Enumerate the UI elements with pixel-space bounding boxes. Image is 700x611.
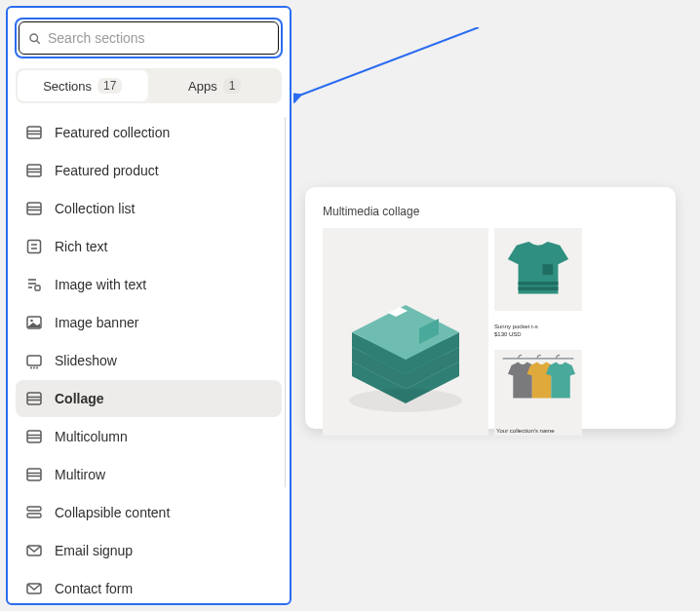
section-icon <box>25 124 43 141</box>
preview-title: Multimedia collage <box>323 205 658 218</box>
sidebar: Sections 17 Apps 1 Featured collectionFe… <box>6 6 292 605</box>
preview-product-price: $130 USD <box>494 331 582 337</box>
section-icon <box>25 466 43 483</box>
section-item-multirow[interactable]: Multirow <box>16 456 282 493</box>
section-item-label: Slideshow <box>55 353 117 368</box>
tab-sections-count: 17 <box>97 78 122 94</box>
tab-sections[interactable]: Sections 17 <box>18 70 148 101</box>
section-item-label: Collapsible content <box>55 505 170 520</box>
tab-apps-label: Apps <box>188 79 217 94</box>
hanging-shirts-icon <box>495 350 581 410</box>
section-item-label: Collection list <box>55 201 135 216</box>
section-icon <box>25 390 43 407</box>
collapsible-icon <box>25 504 43 521</box>
section-item-label: Rich text <box>55 239 107 254</box>
preview-product-text: Sunny pocket t-s $130 USD <box>494 317 582 344</box>
preview-main-image <box>323 228 488 436</box>
section-icon <box>25 200 43 217</box>
section-item-collapsible-content[interactable]: Collapsible content <box>16 494 282 531</box>
section-item-image-banner[interactable]: Image banner <box>16 304 282 341</box>
scrollbar-track[interactable] <box>285 117 286 487</box>
tshirt-icon <box>499 233 577 307</box>
section-item-label: Multicolumn <box>55 429 128 444</box>
search-input[interactable] <box>48 30 270 46</box>
section-item-label: Image banner <box>55 315 138 330</box>
slideshow-icon <box>25 352 43 369</box>
search-icon <box>27 31 42 46</box>
section-item-featured-product[interactable]: Featured product <box>16 152 282 189</box>
svg-point-0 <box>30 34 38 42</box>
section-item-label: Image with text <box>55 277 146 292</box>
preview-product-image <box>494 228 582 311</box>
email-icon <box>25 542 43 559</box>
section-item-label: Collage <box>55 391 104 406</box>
imagetext-icon <box>25 276 43 293</box>
email-icon <box>25 580 43 597</box>
tabs: Sections 17 Apps 1 <box>16 68 282 103</box>
section-item-collage[interactable]: Collage <box>16 380 282 417</box>
section-list-wrap: Featured collectionFeatured productColle… <box>8 111 290 603</box>
section-icon <box>25 162 43 179</box>
section-item-featured-collection[interactable]: Featured collection <box>16 114 282 151</box>
tab-sections-label: Sections <box>43 79 92 94</box>
svg-rect-4 <box>519 282 559 286</box>
section-item-label: Featured collection <box>55 125 170 140</box>
section-item-contact-form[interactable]: Contact form <box>16 570 282 603</box>
preview-collection-image: Your collection's name <box>494 350 582 436</box>
richtext-icon <box>25 238 43 255</box>
section-icon <box>25 428 43 445</box>
section-item-rich-text[interactable]: Rich text <box>16 228 282 265</box>
section-item-label: Multirow <box>55 467 105 482</box>
svg-line-2 <box>299 27 479 95</box>
section-item-image-with-text[interactable]: Image with text <box>16 266 282 303</box>
svg-line-1 <box>37 40 40 43</box>
preview-grid: Sunny pocket t-s $130 USD <box>323 228 658 423</box>
section-picker-panel: Sections 17 Apps 1 Featured collectionFe… <box>6 6 688 605</box>
svg-rect-6 <box>542 264 553 275</box>
section-item-slideshow[interactable]: Slideshow <box>16 342 282 379</box>
section-item-email-signup[interactable]: Email signup <box>16 532 282 569</box>
annotation-arrow <box>293 27 484 193</box>
section-item-label: Featured product <box>55 163 159 178</box>
imagebanner-icon <box>25 314 43 331</box>
tab-apps[interactable]: Apps 1 <box>150 70 281 101</box>
folded-shirts-icon <box>323 235 488 430</box>
svg-rect-5 <box>519 286 559 290</box>
search-field-highlight <box>15 18 283 58</box>
preview-collection-caption: Your collection's name <box>496 425 555 434</box>
preview-product-name: Sunny pocket t-s <box>494 324 582 329</box>
section-item-label: Contact form <box>55 581 133 596</box>
section-list[interactable]: Featured collectionFeatured productColle… <box>8 111 290 603</box>
section-item-label: Email signup <box>55 543 133 558</box>
preview-card: Multimedia collage <box>305 187 676 429</box>
section-item-multicolumn[interactable]: Multicolumn <box>16 418 282 455</box>
search-field[interactable] <box>19 21 279 55</box>
section-item-collection-list[interactable]: Collection list <box>16 190 282 227</box>
tab-apps-count: 1 <box>223 78 242 94</box>
svg-point-3 <box>349 389 462 412</box>
